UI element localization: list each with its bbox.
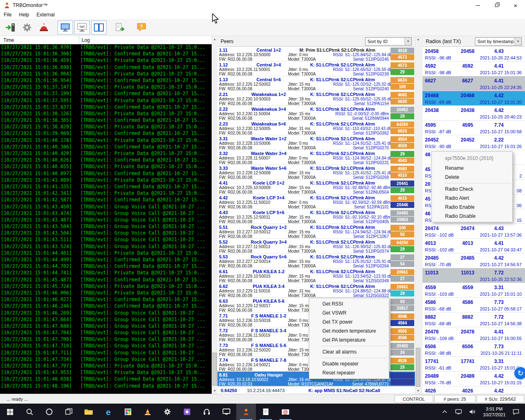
mail-taskbar-button[interactable]: @ [276,404,295,420]
log-row[interactable]: [10/27/2021 15:01:43.504][TRBO/evt]: Gro… [0,230,212,237]
help-button[interactable]: ? [134,21,149,34]
radio-row[interactable]: 11013110137.722021-10-25 22:52:36 [422,268,525,283]
scroll-down-icon[interactable]: ▼ [212,388,217,394]
radio-row[interactable]: 20452204522.22RSSI: -90 dB2021-10-27 15:… [422,135,525,150]
radio-row[interactable]: 20458204584.43RSSI: -96 dB2021-10-26 22:… [422,47,525,62]
log-row[interactable]: [10/27/2021 15:01:36.698][TRBO/evt]: Con… [0,64,212,71]
menu-item[interactable]: Get PA temperature [309,336,389,345]
notepad-taskbar-button[interactable] [256,404,276,420]
radio-row[interactable]: 20474204744.43RSSI: -102 dB2021-10-27 13… [422,224,525,239]
peer-row[interactable]: 1.13Central 5+6K: S1:LCPtrnk S2:LCPtrnk … [217,76,415,91]
log-row[interactable]: [10/27/2021 15:01:36.904][TRBO/evt]: Pri… [0,71,212,78]
split-view-button[interactable] [91,21,107,34]
menu-external[interactable]: External [33,11,58,19]
taskbar-clock[interactable]: 3:01 PM 10/27/2021 [479,406,509,418]
log-row[interactable]: [10/27/2021 15:01:46.006][TRBO/evt]: Pri… [0,290,212,297]
log-scrollbar-thumb[interactable] [212,353,217,386]
log-row[interactable]: [10/27/2021 15:01:40.420][TRBO/evt]: Pri… [0,151,212,157]
log-row[interactable]: [10/27/2021 15:01:37.595][TRBO/evt]: Pri… [0,98,212,104]
log-row[interactable]: [10/27/2021 15:01:38.365][TRBO/evt]: Con… [0,117,212,124]
peer-row[interactable]: 4.41Koele LCP 1+2K: S1:LCPtrnk S2:LCPtrn… [217,180,415,194]
export-button[interactable] [112,21,128,34]
log-row[interactable]: [10/27/2021 15:01:37.837][TRBO/evt]: Con… [0,104,212,111]
log-row[interactable]: [10/27/2021 15:01:39.069][TRBO/evt]: Con… [0,130,212,137]
tray-volume-button[interactable] [466,409,479,415]
log-row[interactable]: [10/27/2021 15:01:40.626][TRBO/evt]: Con… [0,157,212,164]
log-row[interactable]: [10/27/2021 15:01:44.741][TRBO/evt]: Pri… [0,270,212,276]
peer-row[interactable]: 2.22Waiakeakua 3+4K: S1:LCPtrnk S2:LCPtr… [217,106,415,121]
radio-row[interactable]: 455945593.31RSSI: -103 dB2021-10-27 15:0… [422,283,525,298]
log-row[interactable]: [10/27/2021 15:01:48.038][TRBO/evt]: Con… [0,376,212,383]
connect-button[interactable] [2,21,18,34]
monitor-view-button[interactable] [57,21,73,34]
peer-row[interactable]: 3.33Waste Water 5+6K: S1:LCPtrnk S2:LCPt… [217,165,415,180]
log-row[interactable]: [10/27/2021 15:01:44.461][TRBO/evt]: Pri… [0,250,212,257]
log-row[interactable]: [10/27/2021 15:01:40.178][TRBO/evt]: Pri… [0,137,212,144]
chevron-down-icon[interactable]: ▼ [514,38,521,45]
log-row[interactable]: [10/27/2021 15:01:46.269][TRBO/evt]: Gro… [0,310,212,317]
radio-row[interactable]: 888288827.72RSSI: -68 dB2021-10-27 14:56… [422,313,525,327]
menu-item[interactable]: Radio Alert [432,194,512,203]
log-row[interactable]: [10/27/2021 15:01:43.524][TRBO/evt]: Gro… [0,244,212,250]
peers-scrollbar[interactable]: ▲ ▼ [415,36,421,394]
log-scrollbar[interactable]: ▲ ▼ [212,36,217,394]
text-log-view-button[interactable]: TXT [74,21,90,34]
peer-row[interactable]: 1.12Central 3+4K: S1:LCPtrnk S2:LCPtrnk … [217,62,415,76]
settings-button[interactable] [19,21,35,34]
log-row[interactable]: [10/27/2021 15:01:46.246][TRBO/evt]: Con… [0,303,212,310]
radio-row[interactable]: 401340134.41RSSI: -102 dB2021-10-27 04:3… [422,239,525,253]
photos-button[interactable] [118,404,138,420]
peer-row[interactable]: 2.23Waiakeakua 5+6K: S1:LCPtrnk S2:LCPtr… [217,121,415,135]
log-row[interactable]: [10/27/2021 15:01:40.655][TRBO/evt]: Pri… [0,164,212,170]
peer-row[interactable]: 5.51Rock Quarry 1+2K: S1:LCPtrnk S2:LCPt… [217,224,415,239]
log-row[interactable]: [10/27/2021 15:01:41.089][TRBO/evt]: Pri… [0,177,212,184]
log-row[interactable]: [10/27/2021 15:01:43.511][TRBO/evt]: Gro… [0,237,212,243]
task-view-button[interactable] [59,404,79,420]
log-row[interactable]: [10/27/2021 15:01:47.664][TRBO/evt]: Gro… [0,317,212,323]
log-row[interactable]: [10/27/2021 15:01:47.704][TRBO/evt]: Gro… [0,330,212,336]
tray-chevron-button[interactable] [438,410,452,413]
control-button[interactable]: CONTROL [395,395,433,403]
log-row[interactable]: [10/27/2021 15:01:36.954][TRBO/evt]: Con… [0,78,212,84]
log-row[interactable]: [10/27/2021 15:01:47.711][TRBO/evt]: Gro… [0,350,212,356]
peers-sort-dropdown[interactable]: Sort by ID ▼ [365,37,412,46]
log-row[interactable]: [10/27/2021 15:01:38.126][TRBO/evt]: Pri… [0,111,212,117]
file-explorer-button[interactable] [79,404,98,420]
log-row[interactable]: [10/27/2021 15:01:47.953][TRBO/evt]: Pri… [0,370,212,376]
minimize-button[interactable] [468,0,487,11]
taskbar-settings-button[interactable] [158,404,177,420]
chevron-down-icon[interactable]: ▼ [404,38,411,45]
restore-button[interactable] [487,0,506,11]
peer-row[interactable]: 5.53Rock Quarry 5+6K: S1:LCPtrnk S2:LCPt… [217,253,415,268]
log-row[interactable]: [10/27/2021 15:01:44.702][TRBO/evt]: Con… [0,263,212,270]
peer-row[interactable]: 1.11Central 1+2M: Prim S1:LCPtrnk S2:LCP… [217,47,415,62]
peer-row[interactable]: 3.32Waste Water 3+4K: S1:LCPtrnk S2:LCPt… [217,150,415,165]
log-row[interactable]: [10/27/2021 15:01:37.147][TRBO/evt]: Pri… [0,84,212,91]
tray-display-button[interactable] [452,409,466,415]
log-row[interactable]: [10/27/2021 15:01:47.710][TRBO/evt]: Gro… [0,343,212,349]
log-row[interactable]: [10/27/2021 15:01:42.341][TRBO/evt]: Pri… [0,190,212,197]
menu-item[interactable]: Radio Disable [432,212,512,221]
log-row[interactable]: [10/27/2021 15:01:38.829][TRBO/evt]: Pri… [0,124,212,130]
menu-item[interactable]: Get VSWR [309,308,389,317]
peers-scrollbar-thumb[interactable] [416,348,420,387]
edge-button[interactable]: e [98,404,118,420]
menu-item[interactable]: Radio Check [432,185,512,194]
log-row[interactable]: [10/27/2021 15:01:36.070][TRBO/evt]: Pri… [0,44,212,51]
menu-item[interactable]: Get RSSI [309,299,389,308]
peer-row[interactable]: 2.21Waiakeakua 1+2K: S1:LCPtrnk S2:LCPtr… [217,91,415,106]
log-row[interactable]: [10/27/2021 15:01:44.499][TRBO/evt]: Con… [0,257,212,263]
radio-row[interactable]: 662766274.412021-10-25 22:24:35 [422,76,525,91]
menu-item[interactable]: Rename [432,164,512,173]
log-row[interactable]: [10/27/2021 15:01:45.724][TRBO/evt]: Pri… [0,283,212,290]
menu-item[interactable]: Get TX power [309,317,389,326]
radio-row[interactable]: 459545957.74RSSI: -87 dB2021-10-27 15:00… [422,121,525,135]
taskbar-search-button[interactable] [20,404,39,420]
trbomonitor-taskbar-button[interactable] [236,404,256,420]
peer-row[interactable]: 3.31Waste Water 1+2K: S1:LCPtrnk S2:LCPt… [217,135,415,150]
voice-app-button[interactable] [197,404,217,420]
log-row[interactable]: [10/27/2021 15:01:40.897][TRBO/evt]: Con… [0,171,212,177]
menu-file[interactable]: File [0,11,15,19]
log-row[interactable]: [10/27/2021 15:01:47.797][TRBO/evt]: Pri… [0,363,212,370]
menu-help[interactable]: Help [15,11,33,19]
